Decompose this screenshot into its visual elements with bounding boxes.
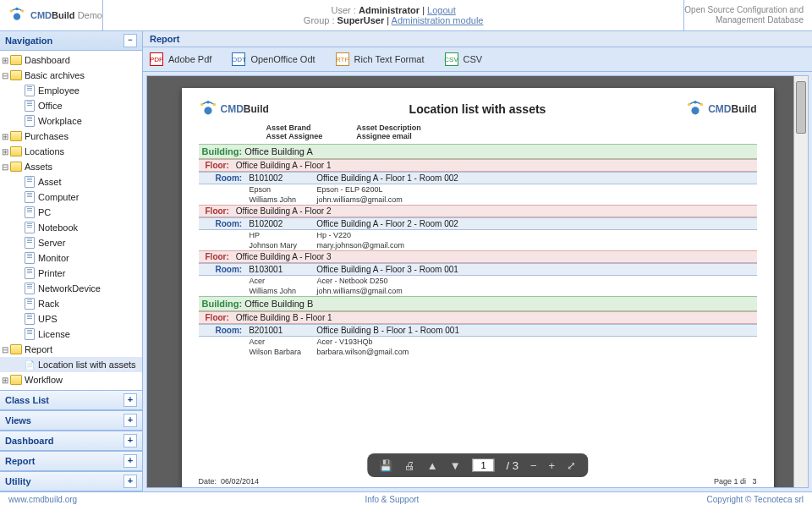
tree-node[interactable]: ⊟Report — [0, 342, 142, 357]
page-input[interactable] — [473, 458, 495, 472]
tree-label: Office — [38, 101, 63, 111]
logout-link[interactable]: Logout — [427, 5, 456, 15]
tools-icon[interactable]: ⤢ — [567, 459, 576, 472]
export-label: Rich Text Format — [354, 54, 425, 64]
tree-node[interactable]: License — [0, 327, 142, 342]
export-icon: CSV — [445, 52, 458, 66]
accordion-header[interactable]: Utility+ — [0, 472, 142, 491]
export-button[interactable]: ODTOpenOffice Odt — [232, 52, 315, 66]
tree-node[interactable]: PC — [0, 205, 142, 220]
tree-label: Workplace — [38, 116, 82, 126]
accordion-header[interactable]: Report+ — [0, 452, 142, 471]
report-logo-left: CMDBuild — [199, 100, 269, 118]
report-toolbar: PDFAdobe PdfODTOpenOffice OdtRTFRich Tex… — [143, 47, 812, 72]
scroll-thumb[interactable] — [796, 81, 806, 134]
expand-button[interactable]: + — [123, 454, 137, 468]
tagline: Open Source Configuration andManagement … — [684, 5, 804, 25]
scrollbar[interactable] — [793, 76, 808, 487]
page-sep: / 3 — [507, 459, 518, 472]
tree-node[interactable]: ⊞Purchases — [0, 129, 142, 144]
print-icon[interactable]: 🖨 — [404, 459, 415, 472]
export-button[interactable]: PDFAdobe Pdf — [150, 52, 211, 66]
footer-center-link[interactable]: Info & Support — [365, 495, 419, 504]
toggle-icon[interactable]: ⊞ — [0, 147, 10, 156]
svg-point-9 — [694, 101, 697, 104]
building-header: Building: Office Building B — [199, 296, 757, 311]
document-icon — [24, 101, 36, 111]
zoom-out-icon[interactable]: − — [530, 459, 537, 472]
tree-node[interactable]: ⊞Workflow — [0, 372, 142, 387]
tree-label: Report — [25, 344, 52, 354]
page-up-icon[interactable]: ▲ — [427, 459, 438, 472]
report-title: Location list with assets — [409, 102, 546, 116]
accordion-header[interactable]: Class List+ — [0, 391, 142, 410]
tree-node[interactable]: Office — [0, 98, 142, 113]
toggle-icon[interactable]: ⊟ — [0, 345, 10, 354]
floor-header: Floor:Office Building B - Floor 1 — [199, 311, 757, 324]
tree-node[interactable]: Employee — [0, 83, 142, 98]
asset-row: AcerAcer - V193HQb — [199, 337, 757, 347]
export-label: CSV — [464, 54, 483, 64]
tree-label: Printer — [38, 268, 65, 278]
tree-node[interactable]: Monitor — [0, 250, 142, 266]
tree-node[interactable]: NetworkDevice — [0, 281, 142, 296]
svg-point-1 — [15, 8, 18, 10]
expand-button[interactable]: + — [123, 393, 137, 407]
tree-label: Assets — [25, 162, 52, 172]
tree-node[interactable]: UPS — [0, 311, 142, 327]
page-footer: Date: 06/02/2014 Page 1 di 3 — [199, 477, 757, 486]
document-icon — [24, 268, 36, 278]
tree-node[interactable]: Printer — [0, 266, 142, 281]
svg-point-4 — [200, 103, 203, 107]
toggle-icon[interactable]: ⊟ — [0, 162, 10, 172]
report-logo-right: CMDBuild — [686, 100, 756, 118]
toggle-icon[interactable]: ⊞ — [0, 376, 10, 385]
room-header: Room:B102002Office Building A - Floor 2 … — [199, 217, 757, 230]
toggle-icon[interactable]: ⊞ — [0, 56, 10, 65]
tree-node[interactable]: Asset — [0, 174, 142, 189]
footer-left-link[interactable]: www.cmdbuild.org — [8, 495, 77, 504]
floor-header: Floor:Office Building A - Floor 1 — [199, 159, 757, 172]
accordion-header[interactable]: Views+ — [0, 411, 142, 431]
asset-row: Williams Johnjohn.williams@gmail.com — [199, 195, 757, 205]
accordion-header[interactable]: Dashboard+ — [0, 431, 142, 451]
document-icon — [24, 177, 36, 187]
tree-node[interactable]: ⊞Dashboard — [0, 52, 142, 68]
toggle-icon[interactable]: ⊟ — [0, 71, 10, 80]
document-icon — [24, 329, 36, 339]
tree-node[interactable]: ⊞Locations — [0, 144, 142, 159]
save-icon[interactable]: 💾 — [379, 459, 392, 472]
tree-node[interactable]: Server — [0, 235, 142, 250]
folder-icon — [10, 146, 22, 156]
tree-node[interactable]: Notebook — [0, 220, 142, 235]
expand-button[interactable]: + — [123, 414, 137, 427]
tree-node[interactable]: Workplace — [0, 113, 142, 129]
column-headers: Asset BrandAsset Assignee Asset Descript… — [266, 124, 757, 140]
collapse-sidebar-button[interactable]: − — [123, 34, 137, 47]
zoom-in-icon[interactable]: + — [549, 459, 556, 472]
expand-button[interactable]: + — [123, 475, 137, 488]
tree-node[interactable]: Computer — [0, 189, 142, 205]
asset-row: HPHp - V220 — [199, 230, 757, 240]
tree-node[interactable]: ⊟Assets — [0, 159, 142, 174]
page-down-icon[interactable]: ▼ — [450, 459, 461, 472]
tree-node[interactable]: Rack — [0, 296, 142, 311]
expand-button[interactable]: + — [123, 434, 137, 447]
sidebar: Navigation − ⊞Dashboard⊟Basic archivesEm… — [0, 31, 143, 491]
document-icon — [24, 253, 36, 263]
document-icon — [24, 116, 36, 126]
tree-node[interactable]: ⊟Basic archives — [0, 68, 142, 83]
tree-node[interactable]: 📄Location list with assets — [0, 357, 142, 372]
admin-module-link[interactable]: Administration module — [392, 15, 484, 25]
export-button[interactable]: CSVCSV — [445, 52, 483, 66]
svg-point-10 — [700, 103, 704, 107]
room-header: Room:B103001Office Building A - Floor 3 … — [199, 263, 757, 276]
tree-label: License — [38, 329, 70, 339]
document-icon — [24, 283, 36, 294]
toggle-icon[interactable]: ⊞ — [0, 132, 10, 141]
pdf-toolbar: 💾 🖨 ▲ ▼ / 3 − + ⤢ — [367, 453, 588, 477]
asset-row: AcerAcer - Netbook D250 — [199, 276, 757, 286]
export-label: Adobe Pdf — [168, 54, 211, 64]
tree-label: NetworkDevice — [38, 283, 101, 294]
export-button[interactable]: RTFRich Text Format — [336, 52, 425, 66]
